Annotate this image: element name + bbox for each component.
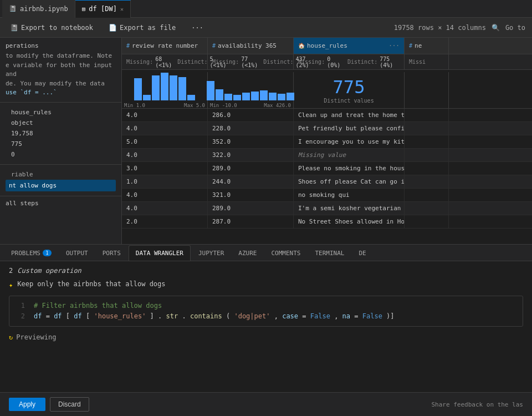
variable-value-item[interactable]: nt allow dogs <box>6 180 116 191</box>
variable-row: riable <box>6 169 116 180</box>
tab-df[interactable]: ⊞ df [DW] ✕ <box>75 0 131 18</box>
more-options-icon[interactable]: ··· <box>388 42 400 49</box>
cell-next <box>405 122 449 135</box>
cell-house-missing: Missing value <box>294 149 405 161</box>
bar <box>143 95 151 100</box>
cell-avail: 286.0 <box>208 109 294 121</box>
sidebar-description: to modify the dataframe. Note e variable… <box>6 52 116 98</box>
bar <box>287 93 294 100</box>
cell-avail: 321.0 <box>208 189 294 201</box>
apply-button[interactable]: Apply <box>9 398 45 411</box>
cell-house: No Street Shoes allowed in House, N <box>294 215 405 228</box>
cell-next <box>405 202 449 215</box>
column-name-row: house_rules <box>6 107 116 118</box>
tab-jupyter[interactable]: JUPYTER <box>192 245 231 261</box>
col-header-avail[interactable]: # availability 365 <box>208 38 294 54</box>
table-row: 4.0 228.0 Pet friendly but please confir… <box>122 122 532 135</box>
col-count-row: 19,758 <box>6 128 116 139</box>
cell-next <box>405 162 449 175</box>
bar <box>269 93 277 100</box>
col-type-row: object <box>6 118 116 128</box>
ops-title: perations <box>6 42 116 49</box>
tab-problems[interactable]: PROBLEMS 1 <box>4 245 58 261</box>
numeric-icon: # <box>212 43 216 49</box>
bar <box>170 75 177 100</box>
tab-bar: 📓 airbnb.ipynb ⊞ df [DW] ✕ <box>0 0 532 18</box>
cell-avail: 228.0 <box>208 122 294 135</box>
avail-bars <box>207 75 294 100</box>
grid-headers: # review rate number # availability 365 … <box>122 38 532 54</box>
cell-house: Shoes off please Cat can go in or ou <box>294 175 405 188</box>
notebook-icon: 📓 <box>9 5 17 12</box>
bar <box>224 94 232 100</box>
sidebar-all-steps: all steps <box>0 196 121 210</box>
goto-label: Go to <box>505 24 525 32</box>
rows-cols-label: 19758 rows × 14 columns <box>394 24 486 32</box>
cell-house: Please no smoking in the house, por <box>294 162 405 175</box>
col-missing-value: 0 <box>11 151 15 158</box>
cell-review: 4.0 <box>122 189 208 201</box>
bar <box>260 90 268 100</box>
numeric-icon: # <box>126 43 130 49</box>
numeric-icon: # <box>409 43 412 49</box>
tab-de[interactable]: DE <box>352 245 372 261</box>
col-missing-row: 0 <box>6 149 116 160</box>
tab-datawrangler[interactable]: DATA WRANGLER <box>129 245 191 261</box>
tab-comments[interactable]: COMMENTS <box>264 245 307 261</box>
more-button[interactable]: ··· <box>188 22 207 33</box>
cell-review: 4.0 <box>122 122 208 135</box>
bar <box>178 77 186 100</box>
cell-avail: 289.0 <box>208 162 294 175</box>
stats-review: Missing: 68 (<1%) Distinct: 5 (<1%) <box>122 54 208 69</box>
cell-review: 5.0 <box>122 135 208 148</box>
bottom-panel: PROBLEMS 1 OUTPUT PORTS DATA WRANGLER JU… <box>0 244 532 416</box>
col-header-next[interactable]: # ne <box>405 38 449 54</box>
cell-house: no smoking qui <box>294 189 405 201</box>
stats-avail: Missing: 77 (<1%) Distinct: 437 (2%) <box>208 54 294 69</box>
cell-review: 4.0 <box>122 149 208 161</box>
panel-content: 2 Custom operation ✦ Keep only the airbn… <box>0 261 532 392</box>
text-icon: 🏠 <box>298 43 305 49</box>
discard-button[interactable]: Discard <box>50 397 89 412</box>
cell-next <box>405 215 449 228</box>
histogram-avail: Min -10.0 Max 426.0 <box>208 72 294 108</box>
column-name-value: house_rules <box>11 109 52 116</box>
tab-azure[interactable]: AZURE <box>232 245 263 261</box>
col-distinct-value: 775 <box>11 140 22 148</box>
bottom-actions: Apply Discard Share feedback on the las <box>0 392 532 416</box>
preview-icon: ↻ <box>9 333 13 341</box>
toolbar: 📓 Export to notebook 📄 Export as file ··… <box>0 18 532 38</box>
export-file-button[interactable]: 📄 Export as file <box>105 22 179 33</box>
bar <box>134 78 142 100</box>
search-icon: 🔍 <box>492 24 500 32</box>
review-bars <box>134 75 195 100</box>
tab-airbnb[interactable]: 📓 airbnb.ipynb <box>2 0 75 18</box>
preview-section: ↻ Previewing <box>9 333 523 341</box>
bar <box>233 95 241 100</box>
tab-ports[interactable]: PORTS <box>96 245 127 261</box>
feedback-label: Share feedback on the las <box>431 401 523 408</box>
histogram-row: Min 1.0 Max 5.0 Min -10.0 M <box>122 70 532 109</box>
sidebar-column-info: house_rules object 19,758 775 0 <box>0 103 121 165</box>
cell-review: 4.0 <box>122 109 208 121</box>
table-row: 4.0 286.0 Clean up and treat the home th… <box>122 109 532 122</box>
cell-next <box>405 189 449 201</box>
bar <box>251 92 259 100</box>
wand-icon: ✦ <box>9 281 13 289</box>
cell-next <box>405 149 449 161</box>
tab-terminal[interactable]: TERMINAL <box>308 245 351 261</box>
table-row: 4.0 289.0 I'm a semi kosher vegetarian w… <box>122 202 532 215</box>
notebook-icon: 📓 <box>10 24 18 32</box>
cell-next <box>405 109 449 121</box>
close-icon[interactable]: ✕ <box>120 6 124 12</box>
col-header-review[interactable]: # review rate number <box>122 38 208 54</box>
tab-output[interactable]: OUTPUT <box>59 245 95 261</box>
table-icon: ⊞ <box>82 6 86 13</box>
stats-next: Missi <box>405 54 449 69</box>
cell-avail: 244.0 <box>208 175 294 188</box>
col-header-house[interactable]: 🏠 house_rules ··· <box>294 38 405 54</box>
cell-review: 4.0 <box>122 202 208 215</box>
table-row: 2.0 287.0 No Street Shoes allowed in Hou… <box>122 215 532 229</box>
cell-avail: 287.0 <box>208 215 294 228</box>
export-notebook-button[interactable]: 📓 Export to notebook <box>7 22 96 33</box>
